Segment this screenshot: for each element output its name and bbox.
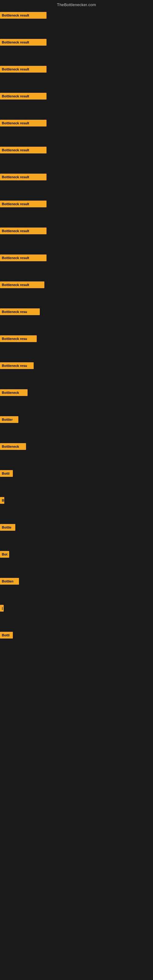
bar-item: Bottleneck result	[0, 172, 153, 199]
bar-item: Bottleneck	[0, 442, 153, 469]
bottleneck-result-label: Bottle	[0, 524, 15, 531]
site-title: TheBottlenecker.com	[57, 2, 96, 7]
bar-item: Bottleneck result	[0, 199, 153, 226]
bottleneck-result-label: Bottleneck result	[0, 228, 46, 234]
bar-item: Bottleneck result	[0, 280, 153, 307]
bottleneck-result-label: Bottleneck resu	[0, 362, 33, 369]
bar-item: Bottler	[0, 415, 153, 442]
bar-item: Bottleneck result	[0, 11, 153, 38]
bottleneck-result-label: Bottleneck resu	[0, 309, 40, 315]
bar-item: Bottl	[0, 469, 153, 496]
bottleneck-result-label: Bottleneck result	[0, 66, 46, 73]
bottleneck-result-label: Bottler	[0, 416, 18, 423]
bars-container: Bottleneck resultBottleneck resultBottle…	[0, 8, 153, 657]
site-header: TheBottlenecker.com	[0, 0, 153, 8]
bar-item: Bottleneck result	[0, 226, 153, 253]
bottleneck-result-label: Bottleneck result	[0, 255, 46, 261]
bar-item: |	[0, 604, 153, 630]
bar-item: Bottleneck result	[0, 38, 153, 65]
bottleneck-result-label: Bottleneck result	[0, 282, 45, 288]
bar-item: Bottleneck resu	[0, 307, 153, 334]
bottleneck-result-label: Bottleneck result	[0, 12, 46, 19]
bottleneck-result-label: B	[0, 497, 4, 504]
bar-item: Bottl	[0, 630, 153, 657]
bar-item: Bottleneck resu	[0, 361, 153, 388]
bar-item: Bottleneck	[0, 388, 153, 415]
bottleneck-result-label: Bottleneck	[0, 389, 27, 396]
bar-item: Bottleneck result	[0, 65, 153, 92]
bottleneck-result-label: Bottleneck result	[0, 93, 46, 100]
bottleneck-result-label: |	[0, 605, 4, 612]
bottleneck-result-label: Bottleneck result	[0, 147, 46, 153]
bar-item: Bottlen	[0, 577, 153, 604]
bottleneck-result-label: Bottleneck result	[0, 120, 46, 126]
bottleneck-result-label: Bot	[0, 551, 9, 558]
bar-item: Bottleneck result	[0, 92, 153, 119]
bar-item: Bottleneck result	[0, 119, 153, 145]
bottleneck-result-label: Bottleneck result	[0, 39, 46, 46]
bar-item: Bottleneck result	[0, 145, 153, 172]
bar-item: Bottleneck resu	[0, 334, 153, 361]
bottleneck-result-label: Bottleneck resu	[0, 335, 37, 342]
bottleneck-result-label: Bottlen	[0, 578, 19, 585]
bottleneck-result-label: Bottleneck result	[0, 200, 46, 207]
bottleneck-result-label: Bottl	[0, 632, 13, 638]
bar-item: Bottleneck result	[0, 253, 153, 280]
bottleneck-result-label: Bottleneck	[0, 443, 26, 450]
bar-item: Bottle	[0, 523, 153, 550]
bottleneck-result-label: Bottl	[0, 470, 13, 477]
bottleneck-result-label: Bottleneck result	[0, 173, 46, 180]
bar-item: Bot	[0, 550, 153, 577]
bar-item: B	[0, 496, 153, 523]
